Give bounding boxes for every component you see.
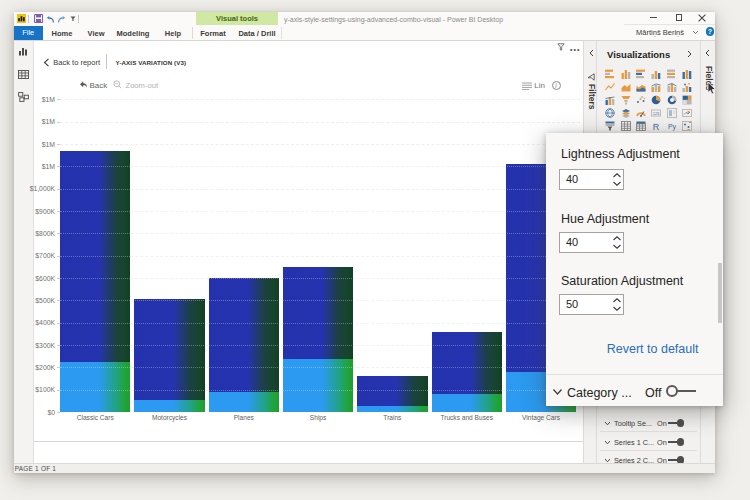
svg-text:123: 123 <box>653 110 660 115</box>
svg-text:Py: Py <box>667 123 676 131</box>
svg-text:R: R <box>653 121 660 131</box>
